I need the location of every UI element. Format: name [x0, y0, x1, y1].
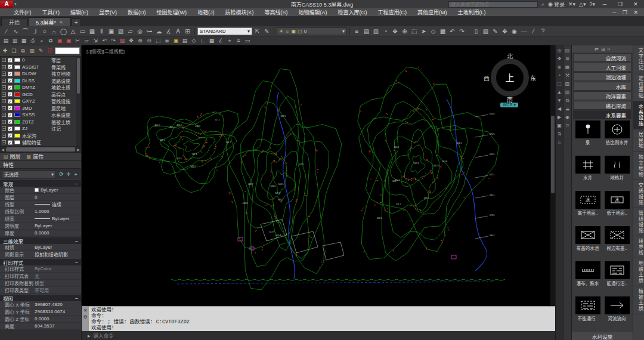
layer-color-swatch[interactable]	[14, 113, 20, 117]
layer-row[interactable]: +✓SXSS水系设施	[1, 112, 80, 119]
open-icon[interactable]: ▤	[362, 27, 371, 36]
hatch2-icon[interactable]: ▧	[481, 27, 490, 36]
red-b-icon[interactable]: ▣	[64, 38, 73, 45]
save2-icon[interactable]: ▦	[20, 38, 28, 45]
select-objects-icon[interactable]: ✛	[65, 171, 72, 178]
nav-orbit-icon[interactable]: ◔	[556, 72, 563, 79]
compass-west[interactable]: 西	[484, 73, 490, 82]
property-row[interactable]: 圆心 Y 坐标2968316.0674	[0, 308, 81, 316]
property-value[interactable]: ByLayer	[35, 245, 81, 250]
clipboard-icon[interactable]: ▯	[472, 27, 481, 36]
menu-item[interactable]: 显示(V)	[94, 8, 122, 16]
zoom2-icon[interactable]: ⊕	[136, 38, 144, 45]
slash-icon[interactable]: ⁄	[529, 27, 538, 36]
layer-row[interactable]: +✓JMD居民地	[1, 105, 80, 112]
spline-icon[interactable]: ∿	[11, 27, 20, 36]
polyline-icon[interactable]: ⅃	[30, 27, 39, 36]
layer-checkbox[interactable]: ✓	[8, 140, 13, 145]
layer-edit-icon[interactable]: ✎	[37, 47, 45, 55]
side-pin-icon[interactable]: ◉	[564, 114, 571, 120]
doc-tab[interactable]: 5.3屏幕*✕	[28, 17, 71, 26]
props2-icon[interactable]: ▤	[181, 38, 189, 45]
undo-icon[interactable]: ↶	[448, 27, 457, 36]
layer-row[interactable]: +✓ZBTZ植被土质	[1, 119, 80, 126]
wcs-badge[interactable]: WCS ▾	[500, 103, 518, 107]
compass-east[interactable]: 东	[530, 73, 536, 82]
command-input[interactable]: 键入命令	[94, 332, 114, 339]
nav-left-icon[interactable]: ◀	[556, 106, 563, 112]
minimize-button[interactable]: ─	[599, 1, 611, 7]
pencil-icon[interactable]: ✎	[491, 27, 500, 36]
model-icon[interactable]: ▭	[243, 38, 252, 45]
compass-north[interactable]: 北	[507, 51, 513, 60]
nav-wheel-icon[interactable]: ◎	[556, 47, 563, 54]
lw-icon[interactable]: ≡	[234, 38, 243, 45]
layer-row[interactable]: +✓DLSS道路设施	[1, 78, 80, 85]
side-tool-icon[interactable]: ⚒	[564, 72, 571, 79]
palette-item[interactable]: 有盖的水池	[574, 226, 602, 261]
pan2-icon[interactable]: ✥	[127, 38, 135, 45]
layer-color-swatch[interactable]	[14, 120, 20, 124]
osnap-icon[interactable]: ◇	[190, 38, 198, 45]
measure-icon[interactable]: ∡	[164, 27, 173, 36]
match-properties-icon[interactable]: ⇱	[253, 27, 262, 36]
side-xref-icon[interactable]: ⧉	[564, 97, 571, 104]
layer-row[interactable]: +✓0零层	[1, 57, 80, 64]
property-value[interactable]: 1.0000	[35, 209, 81, 214]
property-value[interactable]: 投射和接收阴影	[35, 251, 81, 258]
layer-states-icon[interactable]: ⧉	[19, 47, 27, 55]
side-palette-icon[interactable]: ▨	[564, 81, 571, 87]
layer-color-swatch[interactable]	[14, 134, 20, 138]
palette-category[interactable]: 湖泊池塘	[573, 72, 631, 81]
layer-color-swatch[interactable]	[14, 126, 20, 131]
layer-checkbox[interactable]: ✓	[8, 119, 13, 124]
expand-icon[interactable]: +	[2, 79, 6, 83]
property-value[interactable]: ByColor	[35, 266, 81, 271]
palette-category[interactable]: 海洋要素	[573, 91, 631, 100]
list-icon[interactable]: ≡	[352, 27, 361, 36]
nav-home-icon[interactable]: ⌂	[556, 139, 563, 146]
property-value[interactable]: 2968316.0674	[35, 309, 81, 314]
open2-icon[interactable]: ▥	[11, 38, 19, 45]
new-icon[interactable]: ▤	[2, 38, 10, 45]
region-icon[interactable]: ▣	[107, 27, 116, 36]
preview-icon[interactable]: ⌕	[38, 38, 46, 45]
layer-check-icon[interactable]: ☑	[46, 47, 54, 55]
collapse-icon[interactable]: −	[75, 259, 78, 265]
layer-color-swatch[interactable]	[14, 72, 20, 76]
command-history[interactable]: 欢迎使用！命令:命令: ; 错误: 函数错误: C:CVTOF3ZD2欢迎使用！	[89, 307, 555, 331]
expand-icon[interactable]: +	[2, 113, 6, 117]
palette-item[interactable]: 依比例水井	[603, 120, 631, 155]
property-value[interactable]: ByLayer	[35, 187, 81, 193]
property-value[interactable]: 694.3537	[35, 323, 81, 329]
property-value[interactable]: 无	[35, 273, 81, 279]
property-row[interactable]: 线型比例1.0000	[0, 208, 81, 215]
layer-row[interactable]: +✓水泥沟	[1, 132, 80, 140]
orbit-icon[interactable]: ◔	[381, 27, 390, 36]
palette-item[interactable]: 水高于地面..	[574, 191, 602, 225]
table-icon[interactable]: ⊞	[183, 27, 192, 36]
drawing-canvas[interactable]: 493.2457.1601.4563.7517.1438.1661.1632.1…	[82, 45, 555, 306]
dist-icon[interactable]: —	[519, 27, 528, 36]
point-icon[interactable]: ◎	[135, 27, 144, 36]
property-row[interactable]: 透明度ByLayer	[0, 222, 81, 230]
property-row[interactable]: 圆心 X 坐标399807.4920	[0, 301, 81, 308]
layer-checkbox[interactable]: ✓	[8, 64, 13, 69]
chevron-down-icon[interactable]: ▾	[342, 29, 345, 34]
paste-icon[interactable]: ▱	[82, 38, 91, 45]
layer-checkbox[interactable]: ✓	[8, 58, 13, 63]
property-row[interactable]: 打印表附着到模型	[0, 280, 81, 287]
image-icon[interactable]: ▩	[438, 27, 447, 36]
nav-right-icon[interactable]: ▶	[556, 114, 563, 120]
layer-color-swatch[interactable]	[14, 58, 20, 62]
zoom-icon[interactable]: ⊕	[400, 27, 409, 36]
hatch-icon[interactable]: ▨	[116, 27, 125, 36]
lock-icon[interactable]: ▣	[292, 29, 296, 34]
expand-icon[interactable]: +	[2, 65, 6, 69]
revcloud-icon[interactable]: ☁	[154, 27, 163, 36]
expand-icon[interactable]: +	[2, 72, 6, 76]
help-icon[interactable]: ?▾	[589, 1, 595, 7]
palette-item[interactable]: 砌边有盖..	[603, 226, 631, 261]
box-dashes2-icon[interactable]	[575, 296, 600, 314]
layer-checkbox[interactable]: ✓	[8, 133, 13, 138]
